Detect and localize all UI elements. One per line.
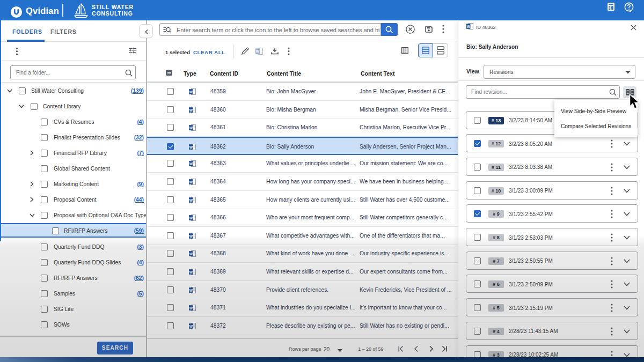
svg-text:W: W: [189, 324, 193, 328]
svg-text:W: W: [189, 270, 193, 274]
svg-text:W: W: [189, 198, 193, 202]
svg-text:W: W: [189, 234, 193, 238]
svg-text:W: W: [189, 180, 193, 184]
svg-text:W: W: [256, 49, 260, 53]
svg-text:W: W: [189, 90, 193, 94]
svg-text:W: W: [189, 306, 193, 310]
svg-text:W: W: [189, 216, 193, 220]
svg-text:W: W: [189, 108, 193, 112]
svg-text:W: W: [189, 126, 193, 130]
svg-text:W: W: [189, 162, 193, 166]
svg-text:W: W: [189, 288, 193, 292]
svg-text:W: W: [189, 252, 193, 256]
svg-text:W: W: [467, 25, 471, 28]
svg-text:W: W: [189, 145, 193, 149]
